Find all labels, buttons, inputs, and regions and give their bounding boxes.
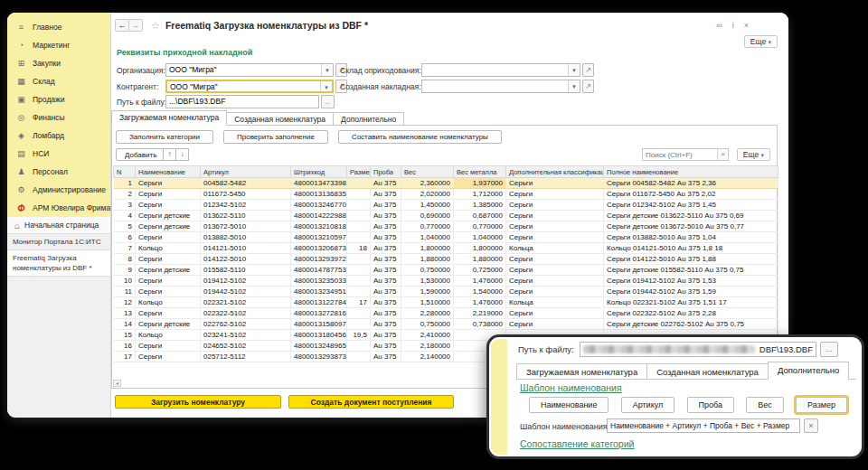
table-cell[interactable]: 1,880000 [454, 254, 506, 265]
table-cell[interactable]: 1,540000 [454, 287, 506, 297]
table-cell[interactable]: Серьги [506, 308, 604, 319]
table-cell[interactable] [347, 319, 371, 330]
table-cell[interactable] [347, 211, 371, 221]
table-cell[interactable] [347, 254, 371, 265]
table-cell[interactable] [347, 308, 371, 319]
chevron-down-icon[interactable]: ▾ [568, 80, 580, 92]
table-cell[interactable]: 1 [114, 178, 136, 189]
table-cell[interactable]: 4800013136835 [291, 189, 347, 200]
table-cell[interactable]: 013672-5010 [201, 221, 291, 232]
table-cell[interactable]: Серьги [506, 265, 604, 276]
table-cell[interactable] [347, 200, 371, 211]
table-cell[interactable]: Au 375 [371, 330, 401, 341]
load-nomenclature-button[interactable]: Загрузить номенклатуру [115, 395, 281, 409]
table-cell[interactable]: Серьги 019412-5102 Au 375 1,53 [604, 276, 778, 287]
sidebar-item-marketing[interactable]: ◔Маркетинг [7, 36, 110, 54]
table-cell[interactable]: Au 375 [371, 276, 401, 287]
get-link-icon[interactable]: ∞ [716, 21, 722, 30]
table-cell[interactable]: 1,040000 [454, 232, 506, 243]
table-cell[interactable]: Серьги [136, 287, 201, 297]
table-cell[interactable]: 13 [114, 308, 136, 319]
table-row[interactable]: 3Серьги012342-51024800013246770Au 3751,4… [114, 200, 778, 211]
table-cell[interactable]: Серьги [506, 232, 604, 243]
sidebar-item-finance[interactable]: ◎Финансы [7, 108, 110, 127]
table-row[interactable]: 4Серьги детские013622-51104800014222988A… [114, 211, 778, 221]
table-row[interactable]: 5Серьги детские013672-50104800013210818A… [114, 221, 778, 232]
table-cell[interactable]: 14 [114, 319, 136, 330]
table-cell[interactable]: 4800013206873 [291, 243, 347, 254]
table-row[interactable]: 14Серьги детские022762-51024800013158097… [114, 319, 778, 330]
table-cell[interactable]: 0,738000 [454, 319, 506, 330]
create-receipt-button[interactable]: Создать документ поступления [288, 395, 454, 409]
table-cell[interactable]: 2,280000 [401, 308, 454, 319]
table-cell[interactable]: 4800013158097 [291, 319, 347, 330]
table-cell[interactable]: 4800013122784 [291, 297, 347, 308]
move-up-icon[interactable]: ↑ [163, 148, 176, 161]
table-cell[interactable]: Au 375 [371, 319, 401, 330]
table-cell[interactable]: 4800013293972 [291, 254, 347, 265]
table-cell[interactable]: 4800013210597 [291, 232, 347, 243]
table-cell[interactable]: 17 [114, 352, 136, 362]
table-cell[interactable]: 1,450000 [401, 200, 454, 211]
column-header[interactable]: Проба [371, 166, 401, 178]
table-cell[interactable]: Серьги [136, 341, 201, 352]
taskbar-item-freematiq[interactable]: Freematiq Загрузка номенклатуры из DBF * [7, 250, 110, 277]
table-cell[interactable]: 8 [114, 254, 136, 265]
table-cell[interactable]: 1,476000 [454, 297, 506, 308]
sidebar-item-purchases[interactable]: ⊞Закупки [7, 54, 110, 72]
table-cell[interactable]: Au 375 [371, 221, 401, 232]
table-cell[interactable]: Au 375 [371, 200, 401, 211]
template-button-2[interactable]: Проба [687, 397, 734, 413]
table-cell[interactable]: Серьги [136, 200, 201, 211]
table-cell[interactable]: 2,410000 [401, 330, 454, 341]
table-cell[interactable]: Серьги 012342-5102 Au 375 1,45 [604, 200, 778, 211]
table-cell[interactable]: Кольца [506, 297, 604, 308]
template-button-4[interactable]: Размер [796, 397, 847, 413]
table-cell[interactable]: Серьги [506, 178, 604, 189]
table-cell[interactable]: 013882-5010 [201, 232, 291, 243]
table-cell[interactable]: 1,712000 [454, 189, 506, 200]
close-icon[interactable]: × [744, 21, 749, 30]
table-cell[interactable]: Кольца [506, 243, 604, 254]
info-icon[interactable]: i [732, 21, 734, 30]
table-cell[interactable]: 1,385000 [454, 200, 506, 211]
table-cell[interactable]: Серьги [136, 352, 201, 362]
panel-button-0[interactable]: Заполнить категории [116, 130, 213, 144]
table-cell[interactable]: 4800013473398 [291, 178, 347, 189]
sidebar-item-main[interactable]: ≡Главное [7, 18, 110, 36]
table-cell[interactable]: 10 [114, 276, 136, 287]
table-cell[interactable]: Серьги детские [136, 211, 201, 221]
table-cell[interactable]: Au 375 [371, 243, 401, 254]
back-button[interactable]: ← [115, 19, 129, 32]
table-cell[interactable]: Au 375 [371, 341, 401, 352]
table-cell[interactable]: Серьги детские [136, 265, 201, 276]
table-cell[interactable]: Au 375 [371, 308, 401, 319]
table-cell[interactable]: 1,590000 [401, 287, 454, 297]
chevron-down-icon[interactable]: ▾ [321, 64, 333, 76]
table-cell[interactable]: Au 375 [371, 265, 401, 276]
table-cell[interactable]: Серьги [136, 232, 201, 243]
table-cell[interactable]: 022322-5102 [201, 308, 291, 319]
callout-file-browse-button[interactable]: ... [820, 342, 838, 357]
table-cell[interactable]: Au 375 [371, 189, 401, 200]
table-cell[interactable]: 1,510000 [401, 297, 454, 308]
table-cell[interactable]: Серьги [136, 276, 201, 287]
table-cell[interactable]: 023241-5102 [201, 330, 291, 341]
more-button-top[interactable]: Еще ▾ [744, 35, 778, 48]
add-button[interactable]: Добавить [116, 148, 165, 161]
table-cell[interactable]: 15 [114, 330, 136, 341]
table-cell[interactable]: 2,360000 [401, 178, 454, 189]
table-cell[interactable]: 1,476000 [454, 276, 506, 287]
table-cell[interactable]: 1,530000 [401, 276, 454, 287]
table-cell[interactable]: 4800013234951 [291, 287, 347, 297]
table-cell[interactable]: 011672-5450 [201, 189, 291, 200]
table-row[interactable]: 2Серьги011672-54504800013136835Au 3752,0… [114, 189, 778, 200]
table-cell[interactable]: Серьги [506, 319, 604, 330]
table-cell[interactable]: Серьги детские 015582-5110 Au 375 0,75 [604, 265, 778, 276]
table-cell[interactable]: 012342-5102 [201, 200, 291, 211]
template-clear-icon[interactable]: × [804, 418, 818, 433]
table-cell[interactable]: 025712-5112 [201, 352, 291, 362]
sidebar-item-freematiq[interactable]: ФАРМ Ювелира Фриматик [7, 199, 110, 217]
move-down-icon[interactable]: ↓ [175, 148, 189, 161]
table-cell[interactable]: Серьги детские 022762-5102 Au 375 0,75 [604, 319, 778, 330]
